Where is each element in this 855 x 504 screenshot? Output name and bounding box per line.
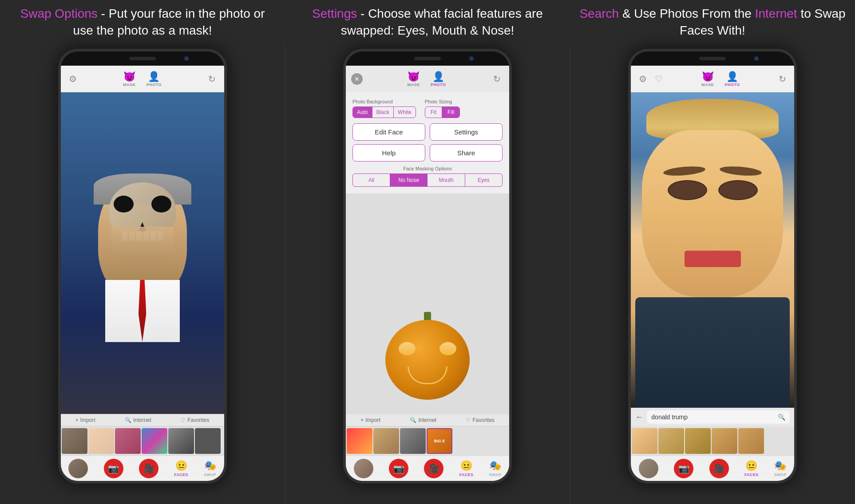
photo-btn-3[interactable]: 📷	[674, 459, 693, 478]
swap-nav-3[interactable]: 🎭 SWAP	[774, 460, 787, 477]
bg-auto-btn[interactable]: Auto	[353, 107, 372, 118]
tab-photo-3[interactable]: 👤 PHOTO	[721, 69, 743, 89]
trump-result-2[interactable]	[658, 428, 684, 454]
thumb-woman-1[interactable]	[115, 428, 141, 454]
photo-nav-2[interactable]: 📷	[389, 459, 408, 478]
photo-bg-controls[interactable]: Auto Black White	[352, 106, 416, 118]
avatar-nav-3[interactable]	[639, 459, 658, 478]
action-row-1: Edit Face Settings	[352, 123, 503, 141]
photo-sizing-group: Photo Sizing Fit Fill	[425, 99, 460, 118]
video-nav-1[interactable]: 🎥	[139, 459, 158, 478]
internet-btn-1[interactable]: 🔍 Internet	[125, 417, 151, 423]
tab-mask-3[interactable]: 😈 MASK	[698, 69, 718, 89]
heart-icon-3[interactable]: ♡	[652, 72, 665, 86]
faces-label-2: FACES	[459, 472, 474, 477]
settings-btn[interactable]: Settings	[430, 123, 503, 141]
app-screen-3: ⚙ ♡ 😈 MASK 👤 PHOTO ↻	[631, 66, 794, 481]
search-panel: ⚙ ♡ 😈 MASK 👤 PHOTO ↻	[570, 44, 855, 504]
gear-icon-3[interactable]: ⚙	[636, 72, 649, 86]
close-btn-2[interactable]: ✕	[351, 73, 363, 85]
mask-all-btn[interactable]: All	[353, 174, 390, 186]
search-input-container[interactable]: donald trump 🔍	[647, 410, 790, 424]
favorites-btn-1[interactable]: ♡ Favorites	[181, 417, 209, 423]
photo-bg-label: Photo Background	[352, 99, 416, 104]
avatar-nav-1[interactable]	[68, 459, 88, 478]
tab-mask-1[interactable]: 😈 MASK	[119, 69, 139, 89]
swap-options-panel: ⚙ 😈 MASK 👤 PHOTO ↻	[0, 44, 285, 504]
faces-nav-1[interactable]: 😐 FACES	[174, 460, 188, 477]
camera-rotate-icon-1[interactable]: ↻	[206, 72, 219, 86]
internet-btn-2[interactable]: 🔍 Internet	[410, 417, 436, 423]
sizing-fill-btn[interactable]: Fill	[442, 107, 459, 118]
thumb-cat-2[interactable]	[400, 428, 426, 454]
thumb-clown-2[interactable]	[347, 428, 372, 454]
panel1-header-rest: - Put your face in the photo or use the …	[73, 7, 265, 37]
trump-result-3[interactable]	[685, 428, 711, 454]
tab-mask-label-2: MASK	[408, 83, 420, 87]
edit-face-btn[interactable]: Edit Face	[352, 123, 425, 141]
phone-speaker-3	[699, 57, 726, 60]
tab-photo-2[interactable]: 👤 PHOTO	[427, 69, 449, 89]
shirt-bg	[105, 280, 180, 342]
thumb-pumpkin-2[interactable]: BIG E	[427, 428, 452, 454]
back-btn-3[interactable]: ←	[635, 413, 643, 422]
tab-photo-1[interactable]: 👤 PHOTO	[143, 69, 165, 89]
photo-nav-3[interactable]: 📷	[674, 459, 693, 478]
faces-nav-3[interactable]: 😐 FACES	[744, 460, 759, 477]
thumb-lincoln-1[interactable]	[62, 428, 87, 454]
import-label-1: Import	[80, 417, 95, 423]
photo-sizing-controls[interactable]: Fit Fill	[425, 106, 460, 118]
photo-btn-1[interactable]: 📷	[104, 459, 123, 478]
avatar-nav-2[interactable]	[354, 459, 373, 478]
thumb-colorful-1[interactable]	[142, 428, 167, 454]
video-btn-1[interactable]: 🎥	[139, 459, 158, 478]
settings-area: Photo Background Auto Black White Photo …	[346, 92, 509, 414]
video-btn-2[interactable]: 🎥	[424, 459, 443, 478]
photo-nav-1[interactable]: 📷	[104, 459, 123, 478]
swap-nav-2[interactable]: 🎭 SWAP	[489, 460, 502, 477]
video-nav-3[interactable]: 🎥	[709, 459, 729, 478]
swap-label-2: SWAP	[489, 472, 502, 477]
help-btn[interactable]: Help	[352, 144, 425, 161]
settings-overlay: Photo Background Auto Black White Photo …	[346, 92, 509, 193]
trump-suit	[635, 297, 790, 408]
thumb-extra-1[interactable]	[195, 428, 221, 454]
swap-nav-1[interactable]: 🎭 SWAP	[204, 460, 216, 477]
faces-nav-2[interactable]: 😐 FACES	[459, 460, 474, 477]
search-input-3[interactable]: donald trump	[651, 413, 775, 421]
trump-result-1[interactable]	[632, 428, 657, 454]
mask-icon-2: 😈	[408, 71, 420, 83]
tab-mask-label-1: MASK	[123, 83, 136, 87]
share-btn[interactable]: Share	[430, 144, 503, 161]
photo-btn-2[interactable]: 📷	[389, 459, 408, 478]
face-masking-controls: All No Nose Mouth Eyes	[352, 173, 503, 187]
camera-rotate-icon-2[interactable]: ↻	[491, 72, 504, 86]
import-btn-2[interactable]: + Import	[360, 417, 380, 423]
thumb-baby-1[interactable]	[88, 428, 114, 454]
bg-black-btn[interactable]: Black	[372, 107, 394, 118]
trump-result-4[interactable]	[712, 428, 737, 454]
mask-nonose-btn[interactable]: No Nose	[390, 174, 428, 186]
thumb-skull-1[interactable]	[168, 428, 194, 454]
camera-icon-3: 📷	[678, 463, 689, 474]
thumb-dog-2[interactable]	[373, 428, 399, 454]
camera-rotate-icon-3[interactable]: ↻	[776, 72, 789, 86]
bg-white-btn[interactable]: White	[394, 107, 416, 118]
tab-mask-2[interactable]: 😈 MASK	[404, 69, 424, 89]
tab-photo-label-3: PHOTO	[724, 83, 740, 87]
settings-panel: ✕ 😈 MASK 👤 PHOTO ↻	[285, 44, 570, 504]
swap-label-3: SWAP	[774, 472, 787, 477]
video-nav-2[interactable]: 🎥	[424, 459, 443, 478]
favorites-btn-2[interactable]: ♡ Favorites	[466, 417, 494, 423]
mask-eyes-btn[interactable]: Eyes	[465, 174, 502, 186]
video-btn-3[interactable]: 🎥	[709, 459, 729, 478]
gear-icon-1[interactable]: ⚙	[66, 72, 79, 86]
panel3-header: Search & Use Photos From the Internet to…	[570, 1, 855, 43]
sizing-fit-btn[interactable]: Fit	[425, 107, 442, 118]
swap-icon-1: 🎭	[204, 460, 216, 472]
mid-bar-2: + Import 🔍 Internet ♡ Favorites	[346, 414, 509, 426]
mask-mouth-btn[interactable]: Mouth	[428, 174, 465, 186]
import-btn-1[interactable]: + Import	[75, 417, 95, 423]
trump-result-5[interactable]	[738, 428, 764, 454]
tab-mask-label-3: MASK	[701, 83, 714, 87]
